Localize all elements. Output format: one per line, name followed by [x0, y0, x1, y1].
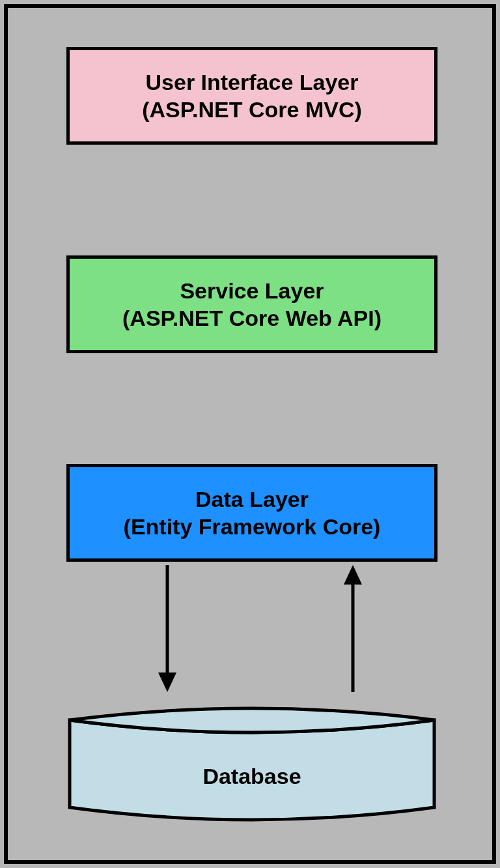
- ui-layer-title: User Interface Layer: [146, 68, 359, 96]
- data-layer-box: Data Layer (Entity Framework Core): [66, 464, 438, 562]
- svg-marker-1: [158, 673, 176, 692]
- ui-layer-box: User Interface Layer (ASP.NET Core MVC): [66, 47, 438, 145]
- arrow-up-icon: [340, 565, 366, 692]
- svg-marker-3: [344, 565, 362, 585]
- ui-layer-subtitle: (ASP.NET Core MVC): [142, 96, 362, 124]
- service-layer-box: Service Layer (ASP.NET Core Web API): [66, 255, 438, 353]
- service-layer-subtitle: (ASP.NET Core Web API): [122, 304, 382, 332]
- data-layer-title: Data Layer: [195, 485, 309, 514]
- diagram-container: User Interface Layer (ASP.NET Core MVC) …: [4, 4, 496, 864]
- arrow-down-icon: [154, 565, 180, 692]
- service-layer-title: Service Layer: [180, 277, 324, 305]
- database-label: Database: [66, 764, 438, 789]
- data-layer-subtitle: (Entity Framework Core): [124, 513, 381, 541]
- database-cylinder: Database: [66, 702, 438, 826]
